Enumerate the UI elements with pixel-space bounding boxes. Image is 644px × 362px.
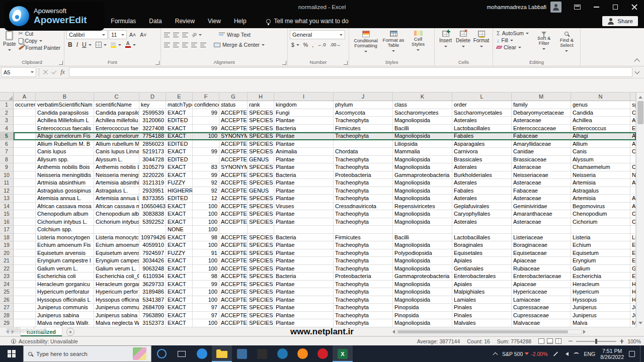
cell-G19[interactable]: ACCEPTED (219, 241, 248, 249)
cell-O18[interactable]: Lis (630, 234, 636, 242)
cell-A27[interactable] (14, 304, 36, 312)
font-color-button[interactable]: A (124, 41, 137, 48)
cell-L13[interactable]: Asterales (452, 195, 512, 203)
dell-icon[interactable] (272, 345, 292, 362)
cell-O2[interactable]: Ca (630, 109, 636, 117)
cell-J22[interactable]: Tracheophyta (334, 265, 393, 273)
cell-B20[interactable]: Equisetum arvensis (36, 249, 94, 257)
cell-O24[interactable]: He (630, 281, 636, 289)
orientation-button[interactable]: ab (190, 32, 203, 38)
cell-C20[interactable]: Equisetum arvens (94, 249, 139, 257)
cell-C11[interactable]: Artemisia absinthi (94, 179, 139, 187)
cell-F15[interactable]: 100 (193, 210, 219, 218)
column-header-L[interactable]: L (452, 93, 512, 101)
cell-H18[interactable]: SPECIES (248, 234, 274, 242)
taskbar-search[interactable]: Type here to search (23, 345, 151, 362)
cell-E17[interactable]: NONE (166, 226, 193, 234)
cell-E29[interactable]: EXACT (166, 319, 193, 327)
cell-N13[interactable]: Artemisia (571, 195, 630, 203)
cell-G28[interactable]: ACCEPTED (219, 312, 248, 320)
column-header-H[interactable]: H (248, 93, 274, 101)
tell-me-box[interactable]: Tell me what you want to do (266, 18, 349, 25)
decrease-indent-icon[interactable] (191, 43, 197, 47)
row-header-17[interactable]: 17 (0, 226, 14, 234)
cell-A12[interactable] (14, 187, 36, 195)
name-box[interactable]: A5 (1, 67, 36, 77)
cell-M27[interactable]: Cupressaceae (512, 304, 571, 312)
find-select-button[interactable]: Find & Select (555, 30, 578, 59)
cell-N19[interactable]: Echium (571, 241, 630, 249)
cell-N28[interactable]: Juniperus (571, 312, 630, 320)
cell-O17[interactable] (630, 226, 636, 234)
previous-sheet-icon[interactable] (4, 330, 9, 334)
cell-I1[interactable]: kingdom (274, 101, 334, 109)
row-header-24[interactable]: 24 (0, 281, 14, 289)
cell-G20[interactable]: ACCEPTED (219, 249, 248, 257)
cell-N12[interactable]: Astragalus (571, 187, 630, 195)
cell-F8[interactable] (193, 156, 219, 164)
next-sheet-icon[interactable] (12, 330, 16, 334)
cell-O29[interactable]: Ma (630, 319, 636, 327)
cell-F10[interactable]: 99 (193, 171, 219, 179)
cell-C29[interactable]: Malva neglecta W (94, 319, 139, 327)
column-header-A[interactable]: A (14, 93, 36, 101)
maximize-button[interactable] (606, 0, 625, 14)
cell-B18[interactable]: Listeria monocytogen (36, 234, 94, 242)
cell-K4[interactable]: Bacilli (393, 125, 452, 133)
cell-J12[interactable]: Tracheophyta (334, 187, 393, 195)
cell-E8[interactable]: EDITED (166, 156, 193, 164)
cell-K15[interactable]: Magnoliopsida (393, 210, 452, 218)
cell-G15[interactable]: ACCEPTED (219, 210, 248, 218)
cortana-icon[interactable] (151, 345, 172, 362)
borders-button[interactable] (94, 41, 108, 48)
cell-E3[interactable]: EDITED (166, 117, 193, 125)
cell-G2[interactable]: ACCEPTED (219, 109, 248, 117)
cell-M11[interactable]: Asteraceae (512, 179, 571, 187)
cell-E27[interactable]: EXACT (166, 304, 193, 312)
column-header-B[interactable]: B (36, 93, 94, 101)
cell-B27[interactable]: Juniperus communis (36, 304, 94, 312)
cell-C28[interactable]: Juniperus sabina L (94, 312, 139, 320)
underline-button[interactable]: U (80, 41, 93, 49)
cell-C18[interactable]: Listeria monocytc (94, 234, 139, 242)
row-header-12[interactable]: 12 (0, 187, 14, 195)
cell-L18[interactable]: Lactobacillales (452, 234, 512, 242)
cell-K12[interactable]: Magnoliopsida (393, 187, 452, 195)
cell-H10[interactable]: SPECIES (248, 171, 274, 179)
cell-J7[interactable]: Chordata (334, 148, 393, 156)
cell-F20[interactable]: 91 (193, 249, 219, 257)
cell-H7[interactable]: SPECIES (248, 148, 274, 156)
cell-N7[interactable]: Canis (571, 148, 630, 156)
format-painter-button[interactable]: Format Painter (17, 44, 62, 51)
cell-K23[interactable]: Gammaproteobacteria (393, 273, 452, 281)
cell-L20[interactable]: Equisetales (452, 249, 512, 257)
ribbon-display-options-button[interactable] (568, 0, 587, 14)
cell-N25[interactable]: Hypericum (571, 288, 630, 296)
cell-G24[interactable]: ACCEPTED (219, 281, 248, 289)
column-header-E[interactable]: E (166, 93, 193, 101)
cell-E25[interactable]: EXACT (166, 288, 193, 296)
language-indicator[interactable]: ENG (584, 351, 596, 357)
cell-G7[interactable]: ACCEPTED (219, 148, 248, 156)
cell-M5[interactable]: Fabaceae (512, 132, 571, 140)
cell-J16[interactable]: Tracheophyta (334, 218, 393, 226)
cell-K13[interactable]: Magnoliopsida (393, 195, 452, 203)
cell-B3[interactable]: Achillea Millefolium L (36, 117, 94, 125)
cell-F7[interactable]: 99 (193, 148, 219, 156)
conditional-formatting-button[interactable]: Conditional Formatting (351, 30, 380, 59)
cell-A24[interactable] (14, 281, 36, 289)
start-button[interactable] (0, 345, 23, 362)
cell-A28[interactable] (14, 312, 36, 320)
scroll-right-icon[interactable] (583, 330, 588, 334)
cell-I14[interactable]: Viruses (274, 203, 334, 211)
news-interests-widget[interactable]: S&P 500 -2.00% (502, 350, 548, 357)
sheet-tab-normalized[interactable]: normalized (20, 327, 62, 336)
cell-E9[interactable]: EXACT (166, 163, 193, 171)
row-header-5[interactable]: 5 (0, 132, 14, 140)
cell-E20[interactable]: FUZZY (166, 249, 193, 257)
cell-E6[interactable]: EDITED (166, 140, 193, 148)
cell-L22[interactable]: Gentianales (452, 265, 512, 273)
cell-M21[interactable]: Apiaceae (512, 257, 571, 265)
cell-J20[interactable]: Tracheophyta (334, 249, 393, 257)
cell-N6[interactable]: Allium (571, 140, 630, 148)
